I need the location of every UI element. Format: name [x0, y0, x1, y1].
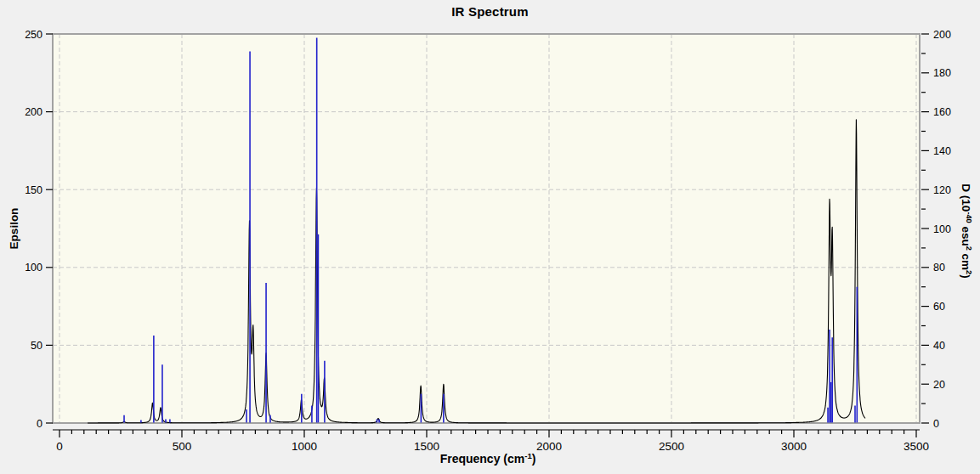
x-tick-label: 2500: [659, 440, 684, 453]
x-tick-label: 3000: [781, 440, 807, 453]
y-left-tick-label: 0: [37, 418, 42, 430]
x-tick-label: 1000: [292, 440, 317, 453]
y-right-tick-label: 200: [933, 29, 951, 41]
x-axis-label: Frequency (cm-1): [0, 452, 976, 466]
x-tick-label: 0: [56, 440, 63, 453]
y-right-tick-label: 120: [933, 184, 951, 196]
plot-background: [53, 34, 920, 423]
x-tick-label: 3500: [904, 440, 929, 453]
y-axis-right-label: D (10-40 esu2 cm2): [960, 183, 972, 278]
y-right-tick-label: 60: [933, 301, 945, 313]
y-right-tick-label: 160: [933, 106, 951, 118]
y-left-tick-label: 200: [25, 106, 42, 118]
y-right-tick-label: 100: [933, 223, 951, 235]
y-right-tick-label: 140: [933, 145, 951, 157]
x-tick-label: 1500: [414, 440, 439, 453]
y-left-tick-label: 250: [25, 29, 42, 41]
x-tick-label: 500: [173, 440, 192, 453]
y-right-tick-label: 80: [933, 262, 945, 274]
spectrum-plot-canvas[interactable]: 0501001502002500204060801001201401601802…: [0, 0, 980, 474]
y-right-tick-label: 180: [933, 67, 951, 79]
y-left-tick-label: 150: [25, 184, 42, 196]
y-right-tick-label: 20: [933, 379, 945, 391]
y-right-tick-label: 40: [933, 340, 945, 352]
x-tick-label: 2000: [536, 440, 562, 453]
y-left-tick-label: 50: [31, 340, 42, 352]
y-right-tick-label: 0: [933, 418, 939, 430]
y-left-tick-label: 100: [25, 262, 42, 274]
